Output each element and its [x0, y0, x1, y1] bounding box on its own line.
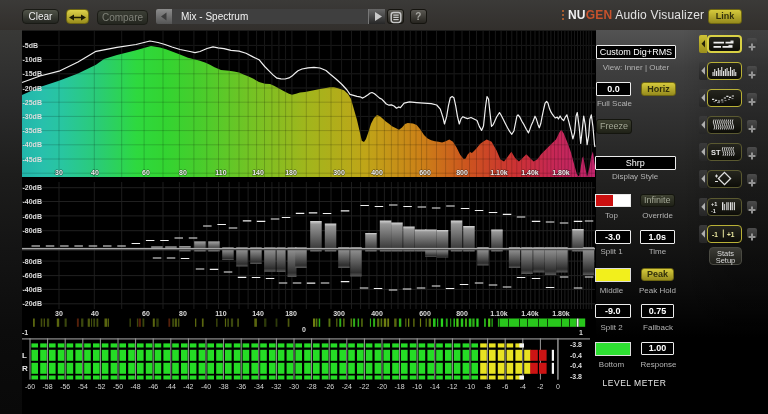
- svg-text:300: 300: [333, 169, 345, 176]
- svg-text:-25dB: -25dB: [23, 99, 42, 106]
- svg-text:L: L: [22, 351, 27, 360]
- svg-text:-1: -1: [711, 207, 716, 213]
- svg-text:-16: -16: [412, 383, 422, 390]
- svg-text:-30: -30: [289, 383, 299, 390]
- svg-text:1.40k: 1.40k: [521, 310, 539, 317]
- svg-text:-35dB: -35dB: [23, 127, 42, 134]
- svg-text:-20dB: -20dB: [23, 184, 42, 191]
- svg-text:-36: -36: [236, 383, 246, 390]
- svg-text:30: 30: [55, 169, 63, 176]
- svg-text:60: 60: [142, 310, 150, 317]
- svg-text:-4: -4: [520, 383, 526, 390]
- svg-text:-40dB: -40dB: [23, 198, 42, 205]
- svg-text:800: 800: [456, 169, 468, 176]
- svg-text:-38: -38: [219, 383, 229, 390]
- svg-text:40: 40: [91, 169, 99, 176]
- svg-text:0: 0: [556, 383, 560, 390]
- svg-text:30: 30: [55, 310, 63, 317]
- svg-text:-50: -50: [113, 383, 123, 390]
- svg-text:-34: -34: [254, 383, 264, 390]
- svg-text:-60dB: -60dB: [23, 272, 42, 279]
- svg-text:-80dB: -80dB: [23, 227, 42, 234]
- svg-text:180: 180: [285, 169, 297, 176]
- svg-text:110: 110: [215, 169, 226, 176]
- svg-text:-28: -28: [307, 383, 317, 390]
- svg-text:1.10k: 1.10k: [490, 169, 508, 176]
- svg-text:-15dB: -15dB: [23, 70, 42, 77]
- svg-text:60: 60: [142, 169, 150, 176]
- svg-text:-32: -32: [271, 383, 281, 390]
- svg-text:-10dB: -10dB: [23, 56, 42, 63]
- svg-text:1.80k: 1.80k: [552, 310, 570, 317]
- svg-text:-14: -14: [430, 383, 440, 390]
- svg-text:400: 400: [371, 310, 383, 317]
- svg-text:-52: -52: [95, 383, 105, 390]
- svg-text:-20: -20: [377, 383, 387, 390]
- svg-text:-80dB: -80dB: [23, 258, 42, 265]
- svg-text:-8: -8: [484, 383, 490, 390]
- svg-text:1.80k: 1.80k: [552, 169, 570, 176]
- svg-text:-60dB: -60dB: [23, 213, 42, 220]
- svg-text:-48: -48: [131, 383, 141, 390]
- svg-text:-1: -1: [712, 230, 718, 237]
- svg-text:400: 400: [371, 169, 383, 176]
- svg-text:-12: -12: [447, 383, 457, 390]
- svg-text:1.10k: 1.10k: [490, 310, 508, 317]
- svg-text:-26: -26: [324, 383, 334, 390]
- svg-text:-6: -6: [502, 383, 508, 390]
- svg-text:-18: -18: [395, 383, 405, 390]
- svg-text:40: 40: [91, 310, 99, 317]
- svg-text:0: 0: [302, 326, 306, 333]
- svg-text:1.40k: 1.40k: [521, 169, 539, 176]
- svg-text:-45dB: -45dB: [23, 156, 42, 163]
- svg-text:-3.8: -3.8: [570, 341, 582, 348]
- svg-text:-54: -54: [78, 383, 88, 390]
- svg-text:-40: -40: [201, 383, 211, 390]
- svg-text:800: 800: [456, 310, 468, 317]
- svg-text:-5dB: -5dB: [23, 42, 39, 49]
- svg-text:-2: -2: [537, 383, 543, 390]
- svg-text:-22: -22: [359, 383, 369, 390]
- svg-text:140: 140: [252, 169, 264, 176]
- svg-text:-1: -1: [22, 329, 28, 336]
- svg-text:-58: -58: [43, 383, 53, 390]
- svg-text:+1: +1: [727, 230, 735, 237]
- svg-text:-42: -42: [183, 383, 193, 390]
- svg-text:-30dB: -30dB: [23, 113, 42, 120]
- svg-text:180: 180: [285, 310, 297, 317]
- svg-text:80: 80: [179, 169, 187, 176]
- svg-text:300: 300: [333, 310, 345, 317]
- svg-text:140: 140: [252, 310, 264, 317]
- svg-text:-44: -44: [166, 383, 176, 390]
- svg-text:80: 80: [179, 310, 187, 317]
- svg-text:-10: -10: [465, 383, 475, 390]
- svg-text:600: 600: [419, 169, 431, 176]
- svg-text:-20dB: -20dB: [23, 300, 42, 307]
- svg-text:-40dB: -40dB: [23, 141, 42, 148]
- svg-text:-0.4: -0.4: [570, 352, 582, 359]
- svg-text:-46: -46: [148, 383, 158, 390]
- svg-text:-0.4: -0.4: [570, 362, 582, 369]
- svg-text:-56: -56: [60, 383, 70, 390]
- svg-text:ST: ST: [711, 148, 721, 157]
- svg-text:110: 110: [215, 310, 226, 317]
- svg-text:-60: -60: [25, 383, 35, 390]
- svg-text:-24: -24: [342, 383, 352, 390]
- svg-text:-20dB: -20dB: [23, 85, 42, 92]
- svg-text:1: 1: [579, 329, 583, 336]
- svg-text:-40dB: -40dB: [23, 286, 42, 293]
- svg-text:-3.8: -3.8: [570, 373, 582, 380]
- svg-text:R: R: [22, 364, 28, 373]
- svg-text:+1: +1: [711, 201, 717, 207]
- svg-text:600: 600: [419, 310, 431, 317]
